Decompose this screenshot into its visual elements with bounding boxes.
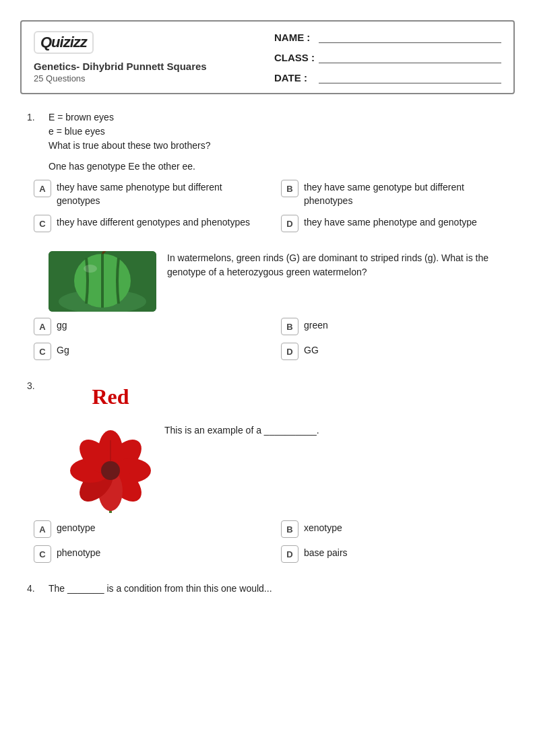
q2-letter-b: B	[281, 318, 298, 335]
q1-num: 1.	[27, 110, 43, 123]
q2-option-c: C Gg	[34, 342, 268, 360]
q3-flower-img-block: Red	[70, 384, 151, 514]
q1-option-d: D they have same phenotype and genotype	[281, 214, 515, 232]
q1-text-c: they have different genotypes and phenot…	[57, 214, 250, 230]
q1-line1: E = brown eyes e = blue eyes What is tru…	[49, 110, 515, 153]
q1-content: E = brown eyes e = blue eyes What is tru…	[49, 110, 515, 174]
q1-letter-b: B	[281, 180, 298, 197]
q2-letter-d: D	[281, 343, 298, 360]
class-field-row: CLASS :	[274, 51, 501, 63]
questions-section: 1. E = brown eyes e = blue eyes What is …	[20, 110, 515, 596]
quizizz-logo: Quizizz	[34, 31, 261, 54]
q3-letter-d: D	[281, 545, 298, 563]
q1-answers: A they have same phenotype but different…	[34, 179, 515, 232]
q3-question-text: This is an example of a __________.	[164, 422, 319, 436]
q3-text-b: xenotype	[304, 520, 342, 535]
q1-text-d: they have same phenotype and genotype	[304, 214, 477, 230]
q2-text-a: gg	[57, 317, 67, 333]
q2-text: In watermelons, green rinds (G) are domi…	[167, 252, 489, 277]
header-left: Quizizz Genetics- Dihybrid Punnett Squar…	[34, 31, 261, 83]
q2-text-d: GG	[304, 342, 319, 357]
class-line	[319, 51, 501, 63]
q3-num: 3.	[27, 379, 43, 391]
name-line	[319, 31, 501, 43]
header-right: NAME : CLASS : DATE :	[261, 31, 501, 83]
q3-text-c: phenotype	[57, 545, 100, 560]
class-label: CLASS :	[274, 52, 315, 63]
name-field-row: NAME :	[274, 31, 501, 43]
q1-option-b: B they have same genotype but different …	[281, 179, 515, 207]
svg-point-3	[84, 265, 97, 273]
q3-text-block: This is an example of a __________.	[164, 384, 319, 436]
date-field-row: DATE :	[274, 71, 501, 83]
quiz-questions: 25 Questions	[34, 73, 261, 83]
q3-flower-section: Red	[70, 384, 515, 514]
q3-text-d: base pairs	[304, 545, 348, 560]
q3-letter-c: C	[34, 545, 51, 563]
name-label: NAME :	[274, 32, 315, 43]
q1-option-a: A they have same phenotype but different…	[34, 179, 268, 207]
q3-option-a: A genotype	[34, 520, 268, 538]
q3-option-d: D base pairs	[281, 545, 515, 563]
q2-option-d: D GG	[281, 342, 515, 360]
q4-num: 4.	[27, 582, 43, 594]
question-1: 1. E = brown eyes e = blue eyes What is …	[27, 110, 515, 232]
q1-option-c: C they have different genotypes and phen…	[34, 214, 268, 232]
q2-watermelon-image	[49, 251, 156, 312]
q1-letter-c: C	[34, 215, 51, 232]
svg-point-13	[101, 461, 120, 480]
date-label: DATE :	[274, 72, 315, 83]
q3-option-c: C phenotype	[34, 545, 268, 563]
q1-text-a: they have same phenotype but different g…	[57, 179, 268, 207]
q2-with-image: In watermelons, green rinds (G) are domi…	[49, 251, 515, 312]
logo-text: Quizizz	[34, 31, 94, 54]
header-box: Quizizz Genetics- Dihybrid Punnett Squar…	[20, 20, 515, 94]
q3-letter-a: A	[34, 520, 51, 538]
q1-text-b: they have same genotype but different ph…	[304, 179, 515, 207]
q3-answers: A genotype B xenotype C phenotype D base…	[34, 520, 515, 563]
q2-text-c: Gg	[57, 342, 69, 357]
question-3: 3. Red	[27, 379, 515, 563]
question-2: In watermelons, green rinds (G) are domi…	[27, 251, 515, 360]
q1-letter-a: A	[34, 180, 51, 197]
q3-content: Red	[49, 379, 515, 514]
q1-letter-d: D	[281, 215, 298, 232]
q3-text-a: genotype	[57, 520, 96, 535]
q4-content: The _______ is a condition from thin thi…	[49, 582, 515, 596]
q2-option-b: B green	[281, 317, 515, 335]
quiz-title: Genetics- Dihybrid Punnett Squares	[34, 61, 261, 72]
q3-option-b: B xenotype	[281, 520, 515, 538]
date-line	[319, 71, 501, 83]
q3-letter-b: B	[281, 520, 298, 538]
q2-option-a: A gg	[34, 317, 268, 335]
q1-sub: One has genotype Ee the other ee.	[49, 160, 515, 174]
q4-text: The _______ is a condition from thin thi…	[49, 583, 272, 594]
q2-content: In watermelons, green rinds (G) are domi…	[167, 251, 515, 279]
question-4: 4. The _______ is a condition from thin …	[27, 582, 515, 596]
q2-answers: A gg B green C Gg D GG	[34, 317, 515, 360]
q2-letter-c: C	[34, 343, 51, 360]
q2-text-b: green	[304, 317, 328, 333]
page: Quizizz Genetics- Dihybrid Punnett Squar…	[0, 0, 535, 756]
q3-flower-image	[70, 413, 151, 514]
q2-letter-a: A	[34, 318, 51, 335]
q3-flower-label: Red	[92, 384, 129, 409]
